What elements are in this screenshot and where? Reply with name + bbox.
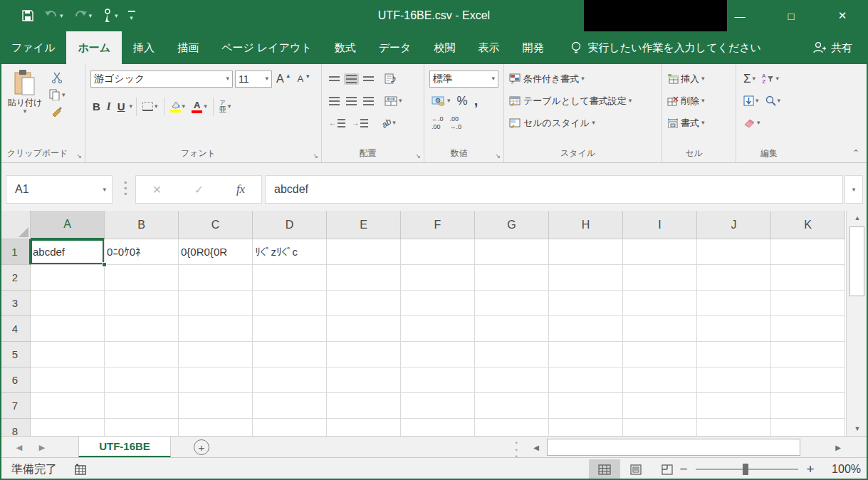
cell-G1[interactable] <box>475 239 549 265</box>
cell-J3[interactable] <box>697 291 771 316</box>
find-caret-icon[interactable]: ▾ <box>778 98 781 104</box>
cell-G8[interactable] <box>475 419 549 436</box>
column-header-B[interactable]: B <box>105 211 179 239</box>
horizontal-scrollbar[interactable]: ◀ ▶ <box>528 438 846 456</box>
zoom-out-button[interactable]: − <box>674 461 693 477</box>
cell-G3[interactable] <box>475 291 549 316</box>
fill-caret-icon[interactable]: ▾ <box>755 98 759 104</box>
undo-caret-icon[interactable]: ▾ <box>60 12 63 19</box>
copy-button[interactable]: ▾ <box>47 88 68 102</box>
percent-style-button[interactable]: % <box>455 93 470 110</box>
cell-D8[interactable] <box>253 419 327 436</box>
cell-styles-button[interactable]: セルのスタイル ▾ <box>507 112 659 134</box>
decrease-indent-button[interactable]: ← <box>327 118 347 129</box>
row-header-8[interactable]: 8 <box>0 419 31 436</box>
cell-H5[interactable] <box>549 342 623 367</box>
vertical-scrollbar[interactable]: ▲ ▼ <box>846 211 868 436</box>
macro-record-button[interactable] <box>74 464 87 475</box>
cell-A2[interactable] <box>31 265 105 291</box>
merge-caret-icon[interactable]: ▾ <box>399 98 402 104</box>
cell-A5[interactable] <box>31 342 105 367</box>
column-header-C[interactable]: C <box>179 211 253 239</box>
row-header-5[interactable]: 5 <box>0 342 31 367</box>
alignment-dialog-launcher-icon[interactable]: ↘ <box>415 153 421 160</box>
customize-qat-button[interactable]: ▾ <box>127 9 137 23</box>
cell-H7[interactable] <box>549 393 623 419</box>
cell-B2[interactable] <box>105 265 179 291</box>
view-page-layout-button[interactable] <box>620 459 652 479</box>
new-sheet-button[interactable]: + <box>194 439 209 455</box>
cell-K4[interactable] <box>771 316 845 342</box>
cell-C5[interactable] <box>179 342 253 367</box>
cell-H1[interactable] <box>549 239 623 265</box>
scroll-down-icon[interactable]: ▼ <box>847 422 868 436</box>
horizontal-scroll-thumb[interactable] <box>547 439 800 456</box>
sheet-nav-right-icon[interactable]: ▶ <box>33 437 51 458</box>
grow-font-button[interactable]: A▲ <box>274 71 293 87</box>
cell-F2[interactable] <box>401 265 475 291</box>
orientation-caret-icon[interactable]: ▾ <box>392 120 396 126</box>
cell-D5[interactable] <box>253 342 327 367</box>
fill-color-caret-icon[interactable]: ▾ <box>182 103 186 110</box>
cell-J8[interactable] <box>697 419 771 436</box>
paste-caret-icon[interactable]: ▾ <box>23 108 27 115</box>
wrap-text-button[interactable] <box>382 72 399 85</box>
cell-D1[interactable]: ﾘ<ﾟzﾘ<ﾟc <box>253 239 327 265</box>
confirm-entry-button[interactable]: ✓ <box>194 183 204 197</box>
cancel-entry-button[interactable]: ✕ <box>152 183 162 197</box>
cell-J5[interactable] <box>697 342 771 367</box>
insert-function-button[interactable]: fx <box>236 182 245 197</box>
tab-formulas[interactable]: 数式 <box>323 31 367 64</box>
cell-B1[interactable]: 0ﾆ0ｹ0ﾈ <box>105 239 179 265</box>
orientation-button[interactable]: ab▾ <box>380 117 398 130</box>
cell-J1[interactable] <box>697 239 771 265</box>
cell-J7[interactable] <box>697 393 771 419</box>
sort-filter-button[interactable]: AZ ▾ <box>760 72 781 86</box>
cell-C4[interactable] <box>179 316 253 342</box>
align-center-button[interactable] <box>344 95 359 107</box>
cell-E3[interactable] <box>327 291 401 316</box>
merge-center-button[interactable]: ▾ <box>382 95 404 108</box>
column-header-H[interactable]: H <box>549 211 623 239</box>
borders-caret-icon[interactable]: ▾ <box>155 103 158 110</box>
column-header-F[interactable]: F <box>401 211 475 239</box>
column-header-G[interactable]: G <box>475 211 549 239</box>
cell-I7[interactable] <box>623 393 697 419</box>
cell-B3[interactable] <box>105 291 179 316</box>
minimize-button[interactable]: — <box>714 0 765 31</box>
cell-I6[interactable] <box>623 367 697 393</box>
tab-draw[interactable]: 描画 <box>166 31 210 64</box>
cell-E4[interactable] <box>327 316 401 342</box>
scroll-right-icon[interactable]: ▶ <box>830 438 846 456</box>
align-bottom-button[interactable] <box>361 75 376 83</box>
cell-C8[interactable] <box>179 419 253 436</box>
cell-E2[interactable] <box>327 265 401 291</box>
vertical-scroll-thumb[interactable] <box>849 226 864 296</box>
underline-button[interactable]: U <box>115 99 127 114</box>
tab-developer[interactable]: 開発 <box>511 31 555 64</box>
cell-B8[interactable] <box>105 419 179 436</box>
increase-indent-button[interactable]: → <box>350 118 370 129</box>
maximize-button[interactable]: □ <box>765 0 817 31</box>
formula-bar-drag-handle[interactable]: ••• <box>124 180 127 197</box>
cell-E7[interactable] <box>327 393 401 419</box>
underline-caret-icon[interactable]: ▾ <box>130 103 133 110</box>
cell-C7[interactable] <box>179 393 253 419</box>
tab-view[interactable]: 表示 <box>466 31 511 64</box>
borders-button[interactable]: ▾ <box>140 100 160 113</box>
cell-E1[interactable] <box>327 239 401 265</box>
cell-I4[interactable] <box>623 316 697 342</box>
redo-caret-icon[interactable]: ▾ <box>89 12 93 19</box>
italic-button[interactable]: I <box>105 99 113 114</box>
column-header-A[interactable]: A <box>31 211 105 239</box>
name-box-caret-icon[interactable]: ▾ <box>103 187 106 193</box>
decrease-decimal-button[interactable]: .00 →.0 <box>448 114 464 132</box>
shrink-font-button[interactable]: A▼ <box>296 72 313 85</box>
cell-H3[interactable] <box>549 291 623 316</box>
cell-F7[interactable] <box>401 393 475 419</box>
name-box[interactable]: A1 ▾ <box>6 175 113 204</box>
bold-button[interactable]: B <box>90 99 103 114</box>
cell-B4[interactable] <box>105 316 179 342</box>
align-middle-button[interactable] <box>344 73 359 85</box>
cell-F1[interactable] <box>401 239 475 265</box>
